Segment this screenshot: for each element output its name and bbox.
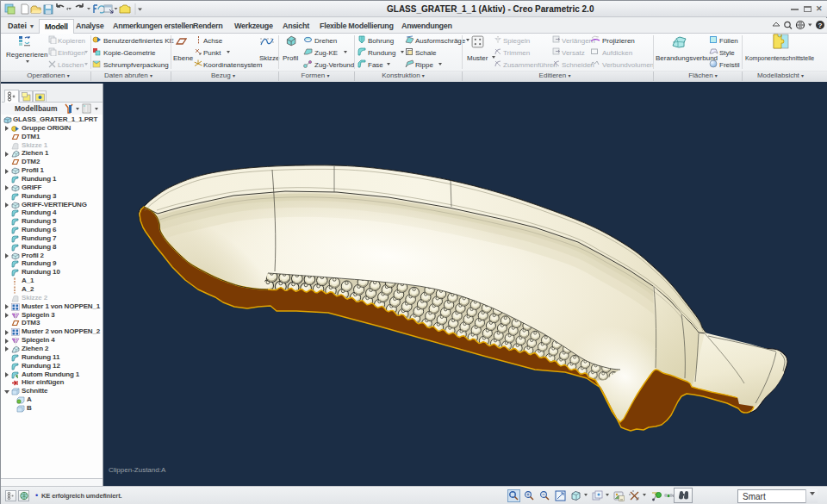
svg-text:?: ? xyxy=(818,22,823,29)
svg-text:Clippen-Zustand:A: Clippen-Zustand:A xyxy=(109,466,166,474)
